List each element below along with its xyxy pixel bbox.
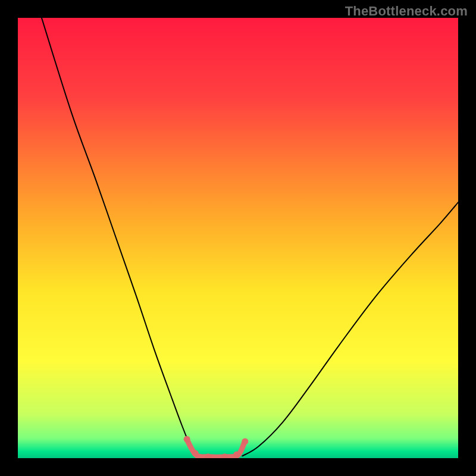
chart-frame: TheBottleneck.com — [0, 0, 476, 476]
chart-canvas — [18, 18, 458, 458]
marker-valley-dots-1 — [192, 450, 199, 456]
plot-area — [18, 18, 458, 458]
marker-valley-dots-5 — [242, 438, 248, 444]
gradient-background — [18, 18, 458, 458]
watermark-text: TheBottleneck.com — [345, 4, 468, 19]
marker-valley-dots-4 — [233, 452, 240, 458]
marker-valley-dots-0 — [184, 436, 190, 443]
